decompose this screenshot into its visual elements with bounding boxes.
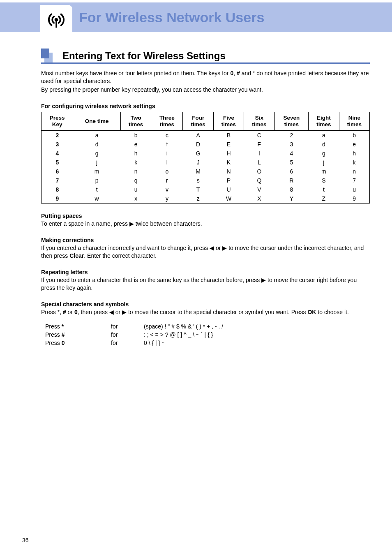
right-arrow-icon: ▶ (261, 277, 266, 283)
table-cell: 5 (274, 158, 309, 167)
table-header: Eighttimes (309, 112, 339, 130)
key-0: 0 (74, 309, 78, 315)
repeating-letters-body: If you need to enter a character that is… (41, 276, 370, 292)
putting-spaces-head: Putting spaces (41, 213, 370, 219)
table-header: PressKey (42, 112, 73, 130)
repeating-letters-head: Repeating letters (41, 269, 370, 275)
table-cell: o (151, 167, 183, 176)
table-cell: k (339, 158, 369, 167)
press-label: Press # (45, 331, 111, 338)
table-cell: W (213, 194, 244, 204)
table-cell: s (183, 176, 213, 185)
table-cell: 3 (274, 140, 309, 149)
table-row: 6mnoMNO6mn (42, 167, 370, 176)
table-cell: p (73, 176, 121, 185)
text: Most number keys have three or four lett… (41, 70, 230, 76)
table-cell: V (244, 185, 274, 194)
wifi-icon (44, 10, 69, 30)
table-cell: m (309, 167, 339, 176)
table-caption: For configuring wireless network setting… (41, 103, 370, 109)
table-cell: L (244, 158, 274, 167)
table-cell: 4 (274, 149, 309, 158)
table-cell: h (121, 149, 151, 158)
table-header: Ninetimes (339, 112, 369, 130)
text: , then press (78, 309, 109, 315)
special-char-row: Press *for(space) ! " # $ % & ' ( ) * + … (41, 323, 370, 330)
table-cell: 9 (339, 194, 369, 204)
ok-key: OK (307, 309, 316, 315)
table-cell: H (213, 149, 244, 158)
table-row: 8tuvTUV8tu (42, 185, 370, 194)
table-header: Fivetimes (213, 112, 244, 130)
table-cell: k (121, 158, 151, 167)
special-chars-body: Press *, # or 0, then press ◀ or ▶ to mo… (41, 308, 370, 316)
table-cell: d (73, 140, 121, 149)
table-cell: S (309, 176, 339, 185)
text: To enter a space in a name, press (41, 220, 129, 227)
table-cell: e (121, 140, 151, 149)
for-label: for (111, 331, 144, 338)
left-arrow-icon: ◀ (210, 245, 214, 251)
making-corrections-body: If you entered a character incorrectly a… (41, 244, 370, 260)
right-arrow-icon: ▶ (129, 220, 134, 227)
right-arrow-icon: ▶ (122, 309, 127, 315)
section-heading: Entering Text for Wireless Settings (41, 49, 370, 64)
left-arrow-icon: ◀ (109, 309, 114, 315)
table-header: Twotimes (121, 112, 151, 130)
table-cell: 8 (42, 185, 73, 194)
table-cell: w (73, 194, 121, 204)
press-label: Press * (45, 323, 111, 330)
table-cell: X (244, 194, 274, 204)
text: or (66, 309, 74, 315)
table-cell: t (309, 185, 339, 194)
right-arrow-icon: ▶ (222, 245, 227, 251)
table-cell: K (213, 158, 244, 167)
table-header: Threetimes (151, 112, 183, 130)
text: or (114, 309, 122, 315)
table-cell: i (151, 149, 183, 158)
table-cell: U (213, 185, 244, 194)
text: , (233, 70, 237, 76)
table-cell: 4 (42, 149, 73, 158)
table-cell: x (121, 194, 151, 204)
page-number: 36 (22, 537, 29, 543)
table-cell: l (151, 158, 183, 167)
table-cell: u (121, 185, 151, 194)
table-cell: j (73, 158, 121, 167)
char-list: (space) ! " # $ % & ' ( ) * + , - . / (144, 323, 370, 330)
for-label: for (111, 323, 144, 330)
table-cell: a (73, 131, 121, 140)
table-cell: Z (309, 194, 339, 204)
table-cell: n (339, 167, 369, 176)
table-cell: P (213, 176, 244, 185)
table-cell: 8 (274, 185, 309, 194)
table-cell: e (339, 140, 369, 149)
table-cell: T (183, 185, 213, 194)
intro-paragraph-2: By pressing the proper number key repeat… (41, 86, 370, 94)
table-header: One time (73, 112, 121, 130)
table-cell: 7 (42, 176, 73, 185)
table-cell: N (213, 167, 244, 176)
table-cell: I (244, 149, 274, 158)
table-cell: 5 (42, 158, 73, 167)
special-chars-list: Press *for(space) ! " # $ % & ' ( ) * + … (41, 323, 370, 346)
table-cell: t (73, 185, 121, 194)
table-cell: f (151, 140, 183, 149)
table-row: 9wxyzWXYZ9 (42, 194, 370, 204)
table-cell: j (309, 158, 339, 167)
svg-rect-1 (55, 20, 57, 28)
text: Press (41, 309, 58, 315)
table-cell: 9 (42, 194, 73, 204)
making-corrections-head: Making corrections (41, 237, 370, 243)
special-char-row: Press 0for0 \ { | } ~ (41, 340, 370, 346)
content: Entering Text for Wireless Settings Most… (0, 32, 392, 346)
table-cell: v (151, 185, 183, 194)
page: For Wireless Network Users Entering Text… (0, 2, 392, 555)
section-bullet-icon (41, 49, 57, 62)
header-title: For Wireless Network Users (79, 9, 264, 25)
table-cell: Y (274, 194, 309, 204)
wifi-icon-badge (40, 5, 72, 35)
for-label: for (111, 340, 144, 346)
table-cell: B (213, 131, 244, 140)
header-banner: For Wireless Network Users (0, 2, 392, 32)
